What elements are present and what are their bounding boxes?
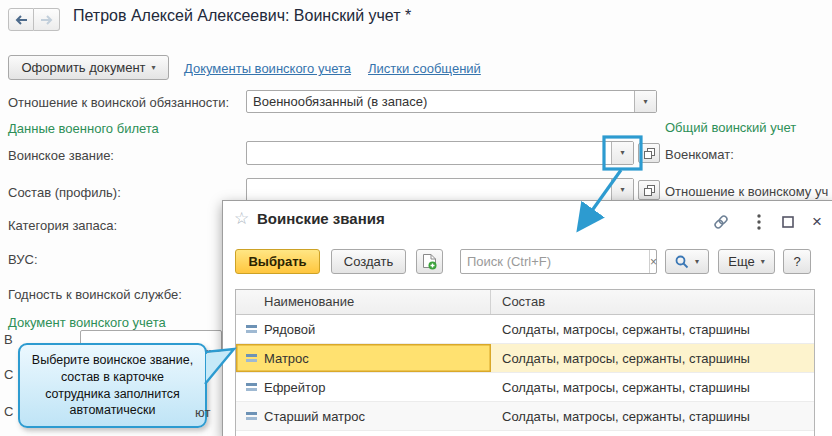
table-row-selected[interactable]: Матрос Солдаты, матросы, сержанты, старш… bbox=[236, 344, 814, 373]
profile-combobox[interactable]: ▾ bbox=[246, 178, 634, 202]
table-header: Наименование Состав bbox=[236, 290, 814, 315]
create-group-icon bbox=[422, 254, 437, 270]
forward-arrow-icon bbox=[40, 15, 54, 25]
caret-down-icon: ▾ bbox=[643, 98, 647, 106]
rank-structure: Солдаты, матросы, сержанты, старшины bbox=[491, 402, 814, 430]
catalog-item-icon bbox=[246, 325, 257, 333]
catalog-item-icon bbox=[246, 354, 257, 362]
hint-callout-text: Выберите воинское звание, состав в карто… bbox=[32, 352, 193, 419]
rank-combobox[interactable]: ▾ bbox=[246, 141, 634, 165]
caret-down-icon: ▾ bbox=[761, 258, 765, 266]
hidden-label-fragment: С bbox=[4, 404, 13, 419]
table-row[interactable]: Ефрейтор Солдаты, матросы, сержанты, ста… bbox=[236, 373, 814, 402]
relation-label: Отношение к воинской обязанности: bbox=[8, 95, 229, 110]
rank-dropdown-button[interactable]: ▾ bbox=[611, 142, 633, 164]
search-input[interactable] bbox=[461, 250, 649, 273]
table-row[interactable]: Старший матрос Солдаты, матросы, сержант… bbox=[236, 402, 814, 431]
section-record-document: Документ воинского учета bbox=[8, 315, 166, 330]
profile-dropdown-button[interactable]: ▾ bbox=[611, 179, 633, 201]
hint-callout: Выберите воинское звание, состав в карто… bbox=[18, 343, 207, 428]
rank-name: Ефрейтор bbox=[264, 380, 325, 395]
app-screen: Петров Алексей Алексеевич: Воинский учет… bbox=[0, 0, 832, 436]
search-box: × bbox=[460, 249, 657, 274]
search-settings-button[interactable]: ▾ bbox=[665, 249, 709, 274]
maximize-icon[interactable] bbox=[778, 213, 798, 231]
profile-label: Состав (профиль): bbox=[8, 185, 121, 200]
catalog-item-icon bbox=[246, 412, 257, 420]
more-button[interactable]: Еще ▾ bbox=[718, 249, 775, 274]
forward-button[interactable] bbox=[34, 8, 60, 31]
reserve-category-label: Категория запаса: bbox=[8, 218, 117, 233]
column-header-name[interactable]: Наименование bbox=[236, 290, 491, 314]
help-button[interactable]: ? bbox=[783, 249, 811, 274]
rank-structure: Солдаты, матросы, сержанты, старшины bbox=[491, 315, 814, 343]
message-sheets-link[interactable]: Листки сообщений bbox=[368, 61, 481, 76]
create-group-button[interactable] bbox=[416, 249, 443, 274]
rank-name: Матрос bbox=[264, 351, 309, 366]
section-military-card: Данные военного билета bbox=[8, 121, 159, 136]
commissariat-label: Военкомат: bbox=[665, 147, 734, 162]
favorite-star-icon[interactable]: ☆ bbox=[234, 208, 249, 229]
rank-label: Воинское звание: bbox=[8, 148, 114, 163]
profile-value bbox=[247, 179, 611, 201]
column-header-structure[interactable]: Состав bbox=[491, 290, 814, 314]
caret-down-icon: ▾ bbox=[152, 64, 156, 72]
rank-value bbox=[247, 142, 611, 164]
open-icon bbox=[644, 185, 655, 196]
hidden-label-fragment: ют bbox=[195, 405, 210, 420]
rank-structure: Солдаты, матросы, сержанты, старшины bbox=[491, 344, 814, 372]
attitude-label: Отношение к воинскому уч bbox=[665, 184, 832, 199]
vus-label: ВУС: bbox=[8, 252, 38, 267]
relation-value: Военнообязанный (в запасе) bbox=[247, 91, 634, 112]
section-general-record: Общий воинский учет bbox=[665, 120, 796, 135]
create-document-label: Оформить документ bbox=[21, 60, 145, 75]
back-button[interactable] bbox=[8, 8, 34, 31]
more-label: Еще bbox=[728, 254, 754, 269]
caret-down-icon: ▾ bbox=[695, 258, 699, 266]
open-icon bbox=[644, 148, 655, 159]
catalog-item-icon bbox=[246, 383, 257, 391]
create-button[interactable]: Создать bbox=[331, 249, 406, 274]
required-field-marker bbox=[206, 348, 219, 352]
kebab-menu-icon[interactable] bbox=[749, 213, 769, 231]
profile-open-button[interactable] bbox=[638, 180, 660, 200]
popup-title: Воинские звания bbox=[257, 210, 385, 227]
military-ranks-window: ☆ Воинские звания × Выбрать Создать bbox=[222, 200, 832, 436]
caret-down-icon: ▾ bbox=[620, 186, 624, 194]
hidden-label-fragment: С bbox=[4, 367, 13, 382]
close-icon[interactable]: × bbox=[807, 213, 827, 231]
select-button[interactable]: Выбрать bbox=[235, 249, 320, 274]
table-row[interactable]: Рядовой Солдаты, матросы, сержанты, стар… bbox=[236, 315, 814, 344]
create-document-button[interactable]: Оформить документ ▾ bbox=[8, 55, 169, 80]
relation-combobox[interactable]: Военнообязанный (в запасе) ▾ bbox=[246, 90, 657, 113]
military-documents-link[interactable]: Документы воинского учета bbox=[184, 61, 351, 76]
clear-search-icon[interactable]: × bbox=[649, 250, 657, 273]
rank-name: Рядовой bbox=[264, 322, 315, 337]
page-title: Петров Алексей Алексеевич: Воинский учет… bbox=[73, 7, 411, 25]
caret-down-icon: ▾ bbox=[620, 149, 624, 157]
history-nav bbox=[8, 8, 60, 31]
get-link-icon[interactable] bbox=[711, 213, 731, 231]
hidden-label-fragment: В bbox=[4, 332, 13, 347]
rank-open-button[interactable] bbox=[638, 143, 660, 163]
back-arrow-icon bbox=[14, 15, 28, 25]
search-icon bbox=[675, 255, 689, 269]
rank-name: Старший матрос bbox=[264, 409, 365, 424]
rank-structure: Солдаты, матросы, сержанты, старшины bbox=[491, 373, 814, 401]
ranks-table: Наименование Состав Рядовой Солдаты, мат… bbox=[235, 289, 815, 436]
fitness-label: Годность к воинской службе: bbox=[8, 287, 182, 302]
relation-dropdown-button[interactable]: ▾ bbox=[634, 91, 656, 112]
